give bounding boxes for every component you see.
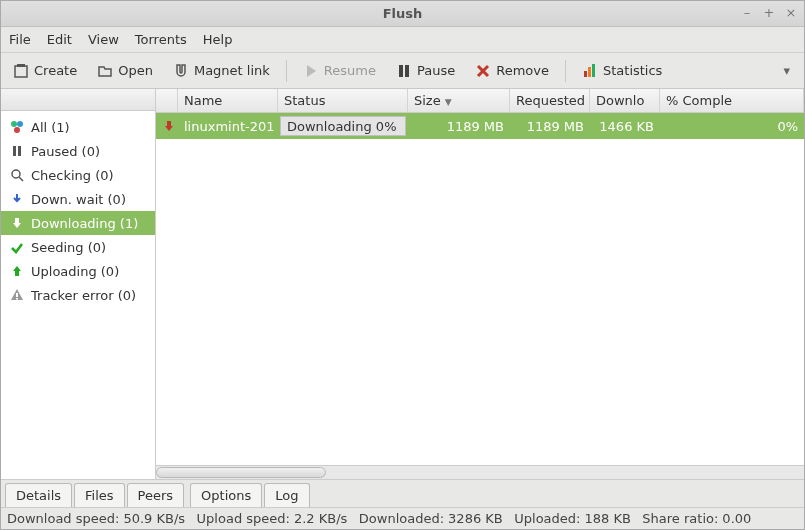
menu-edit[interactable]: Edit xyxy=(47,32,72,47)
svg-rect-1 xyxy=(17,64,25,67)
svg-rect-15 xyxy=(16,298,18,300)
tab-details[interactable]: Details xyxy=(5,483,72,507)
column-size[interactable]: Size▼ xyxy=(408,89,510,112)
sidebar-item-downloading[interactable]: Downloading (1) xyxy=(1,211,155,235)
status-downloaded-label: Downloaded: xyxy=(359,511,444,526)
sidebar-item-seeding[interactable]: Seeding (0) xyxy=(1,235,155,259)
remove-icon xyxy=(475,63,491,79)
magnet-icon xyxy=(173,63,189,79)
create-icon xyxy=(13,63,29,79)
magnet-link-button[interactable]: Magnet link xyxy=(169,60,274,82)
menu-view[interactable]: View xyxy=(88,32,119,47)
create-button[interactable]: Create xyxy=(9,60,81,82)
table-header: Name Status Size▼ Requested Downlo % Com… xyxy=(156,89,804,113)
cell-size: 1189 MB xyxy=(408,115,510,138)
bottom-tabs: Details Files Peers Options Log xyxy=(1,479,804,507)
sidebar-item-label: Down. wait (0) xyxy=(31,192,126,207)
close-button[interactable]: × xyxy=(784,5,798,20)
app-window: Flush – + × File Edit View Torrents Help… xyxy=(0,0,805,530)
svg-rect-10 xyxy=(13,146,16,156)
sidebar: All (1)Paused (0)Checking (0)Down. wait … xyxy=(1,89,156,479)
uploading-icon xyxy=(9,263,25,279)
downloading-icon xyxy=(9,215,25,231)
tab-files[interactable]: Files xyxy=(74,483,125,507)
sidebar-item-checking[interactable]: Checking (0) xyxy=(1,163,155,187)
svg-rect-14 xyxy=(16,293,18,297)
status-ratio: 0.00 xyxy=(722,511,751,526)
menu-help[interactable]: Help xyxy=(203,32,233,47)
statusbar: Download speed: 50.9 KB/s Upload speed: … xyxy=(1,507,804,529)
window-controls: – + × xyxy=(740,5,798,20)
cell-requested: 1189 MB xyxy=(510,115,590,138)
scrollbar-thumb[interactable] xyxy=(156,467,326,478)
tab-peers[interactable]: Peers xyxy=(127,483,185,507)
titlebar: Flush – + × xyxy=(1,1,804,27)
status-uploaded-label: Uploaded: xyxy=(514,511,580,526)
status-dl-speed: 50.9 KB/s xyxy=(123,511,185,526)
pause-icon xyxy=(396,63,412,79)
svg-point-8 xyxy=(17,121,23,127)
horizontal-scrollbar[interactable] xyxy=(156,465,804,479)
sidebar-item-label: Seeding (0) xyxy=(31,240,106,255)
svg-line-13 xyxy=(19,177,23,181)
table-body: linuxmint-201 Downloading 0% 1189 MB 118… xyxy=(156,113,804,465)
toolbar-separator xyxy=(565,60,566,82)
sidebar-item-paused[interactable]: Paused (0) xyxy=(1,139,155,163)
cell-status: Downloading 0% xyxy=(280,116,406,136)
statistics-icon xyxy=(582,63,598,79)
column-complete[interactable]: % Comple xyxy=(660,89,804,112)
sidebar-item-uploading[interactable]: Uploading (0) xyxy=(1,259,155,283)
sidebar-item-all[interactable]: All (1) xyxy=(1,115,155,139)
sidebar-item-label: All (1) xyxy=(31,120,70,135)
svg-rect-0 xyxy=(15,66,27,77)
svg-point-7 xyxy=(11,121,17,127)
play-icon xyxy=(303,63,319,79)
sort-indicator-icon: ▼ xyxy=(445,97,452,107)
column-download[interactable]: Downlo xyxy=(590,89,660,112)
tab-options[interactable]: Options xyxy=(190,483,262,507)
content-area: All (1)Paused (0)Checking (0)Down. wait … xyxy=(1,89,804,479)
status-uploaded: 188 KB xyxy=(584,511,630,526)
menu-torrents[interactable]: Torrents xyxy=(135,32,187,47)
statistics-button[interactable]: Statistics xyxy=(578,60,666,82)
open-button[interactable]: Open xyxy=(93,60,157,82)
tabgroup-right: Options Log xyxy=(190,483,309,507)
status-downloaded: 3286 KB xyxy=(448,511,503,526)
status-ratio-label: Share ratio: xyxy=(642,511,718,526)
sidebar-item-downwait[interactable]: Down. wait (0) xyxy=(1,187,155,211)
sidebar-item-label: Paused (0) xyxy=(31,144,100,159)
torrent-list-pane: Name Status Size▼ Requested Downlo % Com… xyxy=(156,89,804,479)
svg-rect-2 xyxy=(399,65,403,77)
toolbar-separator xyxy=(286,60,287,82)
resume-button[interactable]: Resume xyxy=(299,60,380,82)
window-title: Flush xyxy=(383,6,423,21)
tab-log[interactable]: Log xyxy=(264,483,309,507)
menu-file[interactable]: File xyxy=(9,32,31,47)
row-icon xyxy=(156,115,178,137)
sidebar-item-label: Checking (0) xyxy=(31,168,114,183)
all-icon xyxy=(9,119,25,135)
menubar: File Edit View Torrents Help xyxy=(1,27,804,53)
sidebar-item-error[interactable]: Tracker error (0) xyxy=(1,283,155,307)
error-icon xyxy=(9,287,25,303)
downwait-icon xyxy=(9,191,25,207)
table-row[interactable]: linuxmint-201 Downloading 0% 1189 MB 118… xyxy=(156,113,804,139)
svg-rect-6 xyxy=(592,64,595,77)
column-requested[interactable]: Requested xyxy=(510,89,590,112)
maximize-button[interactable]: + xyxy=(762,5,776,20)
remove-button[interactable]: Remove xyxy=(471,60,553,82)
toolbar-overflow[interactable]: ▾ xyxy=(777,63,796,78)
column-name[interactable]: Name xyxy=(178,89,278,112)
sidebar-header xyxy=(1,89,155,111)
open-icon xyxy=(97,63,113,79)
tabgroup-left: Details Files Peers xyxy=(5,483,184,507)
column-icon[interactable] xyxy=(156,89,178,112)
column-status[interactable]: Status xyxy=(278,89,408,112)
minimize-button[interactable]: – xyxy=(740,5,754,20)
pause-button[interactable]: Pause xyxy=(392,60,459,82)
toolbar: Create Open Magnet link Resume Pause Rem… xyxy=(1,53,804,89)
paused-icon xyxy=(9,143,25,159)
sidebar-item-label: Downloading (1) xyxy=(31,216,138,231)
svg-point-9 xyxy=(14,127,20,133)
status-ul-speed-label: Upload speed: xyxy=(197,511,290,526)
